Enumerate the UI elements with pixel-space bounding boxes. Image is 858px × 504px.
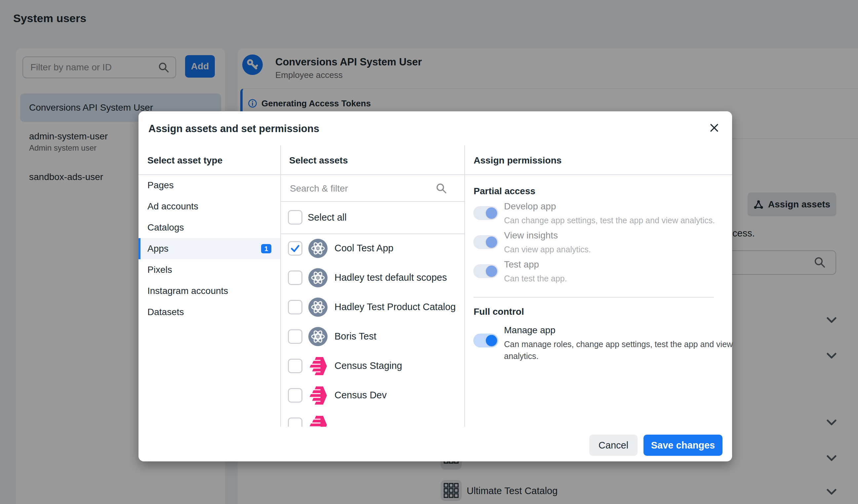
view-insights-toggle[interactable] [473, 235, 498, 249]
manage-app-description: Can manage roles, change app settings, t… [504, 338, 735, 362]
save-changes-button[interactable]: Save changes [644, 435, 722, 456]
app-avatar [308, 268, 328, 287]
toggle-knob [486, 265, 497, 277]
modal-title: Assign assets and set permissions [148, 123, 319, 135]
asset-label: Hadley test default scopes [334, 272, 447, 283]
selected-count-badge: 1 [261, 244, 271, 253]
asset-checkbox[interactable] [288, 418, 302, 427]
asset-type-label: Datasets [147, 307, 184, 318]
asset-search-input[interactable] [289, 179, 436, 198]
select-all-row[interactable]: Select all [288, 201, 464, 233]
develop-app-label: Develop app [504, 201, 556, 212]
asset-type-pixels[interactable]: Pixels [139, 259, 280, 280]
asset-checkbox[interactable] [288, 359, 302, 373]
asset-type-pages[interactable]: Pages [139, 175, 280, 196]
asset-type-label: Pixels [147, 264, 172, 275]
asset-type-label: Pages [147, 180, 174, 191]
asset-type-catalogs[interactable]: Catalogs [139, 217, 280, 238]
app-avatar [308, 297, 328, 317]
asset-row-census-dev[interactable]: Census Dev [280, 380, 464, 410]
column-header-asset-type: Select asset type [147, 155, 222, 166]
asset-checkbox[interactable] [288, 388, 302, 403]
atom-app-icon [308, 297, 328, 317]
divider [474, 297, 714, 297]
asset-checkbox[interactable] [288, 271, 302, 285]
asset-checkbox-checked[interactable] [288, 241, 302, 256]
toggle-knob [486, 207, 497, 218]
search-icon [435, 183, 447, 194]
manage-app-toggle[interactable] [473, 334, 498, 347]
census-avatar [308, 356, 328, 375]
asset-row-census-staging[interactable]: Census Staging [280, 351, 464, 380]
app-avatar [308, 239, 328, 258]
asset-type-label: Apps [147, 243, 169, 254]
census-avatar [308, 386, 328, 405]
checkmark-icon [289, 241, 301, 256]
view-insights-label: View insights [504, 230, 558, 241]
asset-label: Census Staging [334, 360, 402, 371]
atom-app-icon [308, 327, 328, 346]
asset-type-ad-accounts[interactable]: Ad accounts [139, 196, 280, 217]
asset-row-partially-visible[interactable] [280, 410, 464, 427]
asset-type-label: Ad accounts [147, 201, 198, 212]
asset-type-apps[interactable]: Apps 1 [139, 238, 280, 259]
asset-checkbox[interactable] [288, 329, 302, 344]
asset-label: Hadley Test Product Catalog [334, 302, 456, 312]
app-avatar [308, 327, 328, 346]
asset-label: Cool Test App [334, 243, 393, 254]
full-control-heading: Full control [474, 307, 524, 317]
permissions-column: Partial access Develop app Can change ap… [464, 111, 732, 427]
asset-list: Cool Test App Hadley test default scopes… [280, 233, 464, 427]
asset-row-boris-test[interactable]: Boris Test [280, 322, 464, 351]
asset-type-label: Instagram accounts [147, 286, 228, 296]
develop-app-description: Can change app settings, test the app an… [504, 214, 735, 226]
census-avatar [308, 415, 328, 427]
asset-checkbox[interactable] [288, 300, 302, 314]
asset-label: Census Dev [334, 390, 387, 401]
atom-app-icon [308, 239, 328, 258]
column-header-select-assets: Select assets [289, 155, 348, 166]
develop-app-toggle[interactable] [473, 206, 498, 220]
toggle-knob [486, 237, 497, 248]
manage-app-label: Manage app [504, 325, 556, 336]
census-icon [308, 415, 328, 427]
asset-row-hadley-test-default-scopes[interactable]: Hadley test default scopes [280, 263, 464, 292]
census-icon [308, 356, 328, 375]
cancel-button[interactable]: Cancel [589, 435, 638, 456]
assign-assets-modal: Assign assets and set permissions Select… [139, 111, 732, 461]
view-insights-description: Can view app analytics. [504, 243, 735, 255]
test-app-label: Test app [504, 259, 539, 270]
asset-type-instagram-accounts[interactable]: Instagram accounts [139, 280, 280, 302]
select-all-label: Select all [308, 212, 347, 223]
select-all-checkbox[interactable] [288, 210, 302, 225]
asset-row-cool-test-app[interactable]: Cool Test App [280, 233, 464, 263]
asset-type-label: Catalogs [147, 222, 184, 233]
asset-type-datasets[interactable]: Datasets [139, 302, 280, 323]
partial-access-heading: Partial access [474, 186, 536, 196]
test-app-description: Can test the app. [504, 273, 735, 284]
asset-type-list: Pages Ad accounts Catalogs Apps 1 Pixels… [139, 175, 280, 323]
asset-row-hadley-test-product-catalog[interactable]: Hadley Test Product Catalog [280, 292, 464, 322]
census-icon [308, 386, 328, 405]
test-app-toggle[interactable] [473, 264, 498, 278]
toggle-knob [486, 335, 497, 346]
asset-label: Boris Test [334, 331, 377, 342]
atom-app-icon [308, 268, 328, 287]
